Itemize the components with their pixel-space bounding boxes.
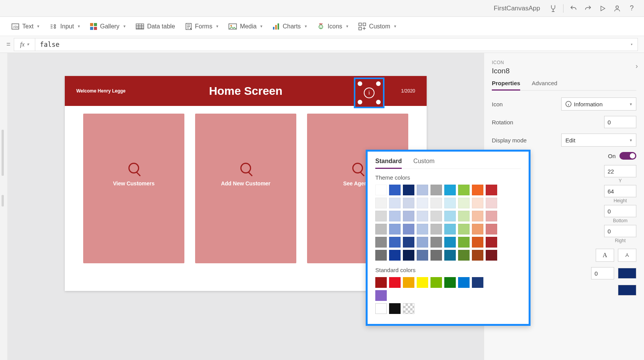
color-swatch[interactable] — [375, 185, 387, 195]
rotation-input[interactable]: 0 — [604, 116, 636, 128]
padding-bottom-input[interactable]: 0 — [604, 205, 636, 217]
color-swatch[interactable] — [486, 224, 497, 234]
color-swatch[interactable] — [444, 198, 456, 208]
selected-info-icon[interactable]: i — [354, 78, 384, 108]
color-swatch[interactable] — [472, 198, 483, 208]
color-swatch-1[interactable] — [618, 268, 636, 279]
insert-charts[interactable]: Charts▾ — [273, 23, 307, 30]
color-swatch[interactable] — [472, 277, 483, 288]
color-swatch[interactable] — [430, 211, 442, 221]
redo-icon[interactable] — [582, 2, 594, 15]
insert-text[interactable]: AbcText▾ — [12, 23, 39, 30]
color-swatch[interactable] — [389, 198, 401, 208]
color-swatch[interactable] — [375, 303, 387, 314]
color-swatch[interactable] — [417, 237, 428, 248]
color-swatch[interactable] — [444, 185, 456, 195]
tab-advanced[interactable]: Advanced — [532, 80, 557, 90]
display-mode-select[interactable]: Edit▾ — [561, 134, 636, 147]
color-swatch[interactable] — [458, 250, 470, 261]
color-swatch[interactable] — [375, 224, 387, 234]
color-swatch[interactable] — [472, 211, 483, 221]
auto-height-button[interactable] — [618, 249, 636, 262]
color-swatch[interactable] — [486, 237, 497, 248]
app-checker-icon[interactable] — [547, 2, 559, 15]
fx-button[interactable]: fx▾ — [14, 38, 35, 51]
resize-handle[interactable] — [358, 100, 362, 104]
insert-icons[interactable]: Icons▾ — [317, 23, 348, 30]
color-swatch[interactable] — [430, 224, 442, 234]
picker-tab-custom[interactable]: Custom — [413, 158, 434, 168]
padding-right-input[interactable]: 0 — [604, 225, 636, 237]
color-swatch[interactable] — [486, 211, 497, 221]
color-swatch[interactable] — [458, 237, 470, 248]
color-swatch[interactable] — [375, 290, 387, 301]
formula-input[interactable]: false ▾ — [35, 38, 638, 51]
color-swatch[interactable] — [389, 250, 401, 261]
height-input[interactable]: 64 — [604, 185, 636, 197]
border-width-input[interactable]: 0 — [591, 267, 614, 279]
picker-tab-standard[interactable]: Standard — [375, 158, 402, 169]
color-swatch[interactable] — [389, 277, 401, 288]
color-swatch[interactable] — [417, 185, 428, 195]
y-input[interactable]: 22 — [604, 165, 636, 177]
card-add-customer[interactable]: Add New Customer — [195, 114, 296, 263]
color-swatch[interactable] — [444, 211, 456, 221]
visible-toggle[interactable] — [619, 152, 636, 160]
color-swatch[interactable] — [472, 185, 483, 195]
rail-handle[interactable] — [2, 130, 4, 176]
color-swatch[interactable] — [444, 277, 456, 288]
color-swatch[interactable] — [403, 250, 414, 261]
color-swatch[interactable] — [444, 237, 456, 248]
color-swatch[interactable] — [375, 211, 387, 221]
color-swatch[interactable] — [417, 250, 428, 261]
resize-handle[interactable] — [358, 81, 362, 86]
color-swatch[interactable] — [389, 185, 401, 195]
color-swatch[interactable] — [430, 198, 442, 208]
no-color-swatch[interactable] — [403, 303, 414, 314]
undo-icon[interactable] — [567, 2, 580, 15]
icon-select[interactable]: Information▾ — [561, 97, 636, 111]
color-swatch[interactable] — [430, 250, 442, 261]
color-swatch[interactable] — [458, 198, 470, 208]
card-view-customers[interactable]: View Customers — [83, 114, 184, 263]
insert-datatable[interactable]: Data table — [136, 23, 175, 30]
color-swatch[interactable] — [444, 250, 456, 261]
color-swatch[interactable] — [375, 198, 387, 208]
font-button[interactable]: A — [596, 249, 614, 262]
resize-handle[interactable] — [376, 100, 381, 104]
color-swatch[interactable] — [430, 237, 442, 248]
help-icon[interactable]: ? — [626, 2, 638, 15]
color-swatch[interactable] — [486, 198, 497, 208]
color-swatch[interactable] — [389, 237, 401, 248]
insert-forms[interactable]: Forms▾ — [185, 23, 219, 30]
color-swatch[interactable] — [458, 277, 470, 288]
color-swatch[interactable] — [417, 277, 428, 288]
insert-custom[interactable]: Custom▾ — [358, 23, 396, 30]
color-swatch[interactable] — [444, 224, 456, 234]
color-swatch[interactable] — [375, 277, 387, 288]
color-swatch[interactable] — [417, 224, 428, 234]
color-swatch[interactable] — [430, 185, 442, 195]
color-swatch[interactable] — [458, 211, 470, 221]
color-swatch[interactable] — [403, 211, 414, 221]
color-swatch[interactable] — [472, 224, 483, 234]
panel-expand-icon[interactable]: › — [636, 62, 638, 70]
formula-expand-icon[interactable]: ▾ — [630, 42, 633, 47]
insert-input[interactable]: Input▾ — [49, 23, 80, 30]
color-swatch[interactable] — [417, 198, 428, 208]
color-swatch[interactable] — [375, 250, 387, 261]
color-swatch[interactable] — [389, 303, 401, 314]
insert-gallery[interactable]: Gallery▾ — [90, 23, 126, 30]
color-swatch[interactable] — [403, 224, 414, 234]
color-swatch[interactable] — [403, 277, 414, 288]
resize-handle[interactable] — [376, 81, 381, 86]
color-swatch[interactable] — [430, 277, 442, 288]
color-swatch[interactable] — [472, 237, 483, 248]
tab-properties[interactable]: Properties — [492, 80, 520, 91]
color-swatch[interactable] — [375, 237, 387, 248]
color-swatch[interactable] — [417, 211, 428, 221]
color-swatch[interactable] — [389, 211, 401, 221]
color-swatch[interactable] — [486, 185, 497, 195]
color-swatch[interactable] — [403, 237, 414, 248]
insert-media[interactable]: Media▾ — [228, 23, 263, 30]
